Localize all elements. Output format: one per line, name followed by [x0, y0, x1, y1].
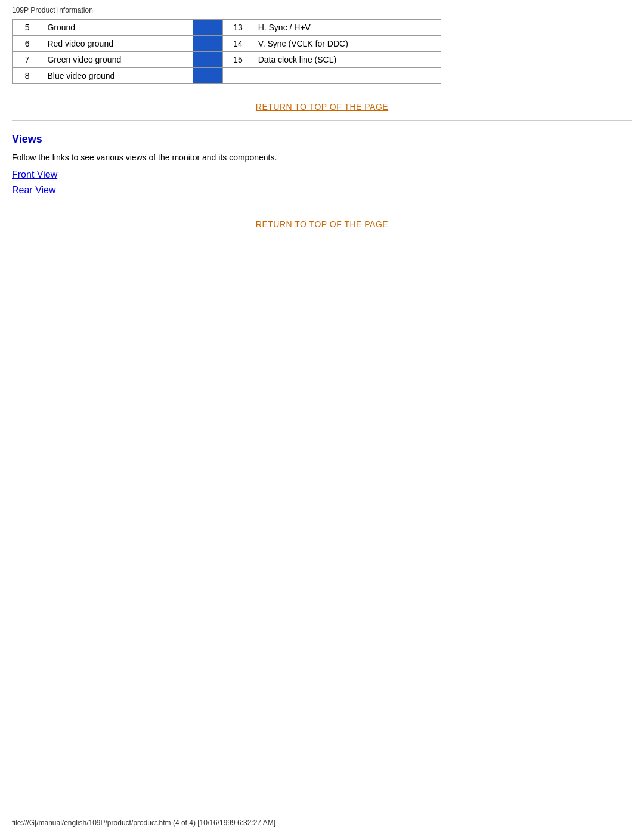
pin-table: 5Ground13H. Sync / H+V6Red video ground1… [12, 19, 441, 84]
table-row: 5Ground13H. Sync / H+V [13, 20, 441, 36]
return-link-1-container: RETURN TO TOP OF THE PAGE [12, 102, 632, 112]
pin-label-right: Data clock line (SCL) [253, 52, 441, 68]
footer: file:///G|/manual/english/109P/product/p… [12, 819, 275, 827]
views-description: Follow the links to see various views of… [12, 153, 632, 162]
pin-label-right: V. Sync (VCLK for DDC) [253, 36, 441, 52]
pin-label-right: H. Sync / H+V [253, 20, 441, 36]
return-to-top-link-2[interactable]: RETURN TO TOP OF THE PAGE [256, 219, 388, 229]
pin-number-right: 14 [223, 36, 253, 52]
views-links: Front ViewRear View [12, 169, 632, 196]
return-link-2-container: RETURN TO TOP OF THE PAGE [12, 219, 632, 229]
pin-label-left: Green video ground [42, 52, 193, 68]
pin-number-right [223, 68, 253, 84]
pin-number-right: 13 [223, 20, 253, 36]
return-to-top-link-1[interactable]: RETURN TO TOP OF THE PAGE [256, 102, 388, 112]
pin-label-left: Blue video ground [42, 68, 193, 84]
pin-label-right [253, 68, 441, 84]
pin-label-left: Red video ground [42, 36, 193, 52]
pin-number-left: 6 [13, 36, 42, 52]
views-nav-link[interactable]: Front View [12, 169, 632, 180]
table-row: 7Green video ground15Data clock line (SC… [13, 52, 441, 68]
pin-number-right: 15 [223, 52, 253, 68]
section-divider [12, 120, 632, 121]
page-title: 109P Product Information [12, 6, 632, 14]
pin-number-left: 7 [13, 52, 42, 68]
pin-color-cell [193, 20, 222, 36]
pin-color-cell [193, 36, 222, 52]
pin-color-cell [193, 68, 222, 84]
views-heading: Views [12, 133, 632, 145]
pin-number-left: 8 [13, 68, 42, 84]
pin-label-left: Ground [42, 20, 193, 36]
pin-color-cell [193, 52, 222, 68]
table-row: 8Blue video ground [13, 68, 441, 84]
views-nav-link[interactable]: Rear View [12, 185, 632, 196]
pin-number-left: 5 [13, 20, 42, 36]
views-section: Views Follow the links to see various vi… [12, 133, 632, 196]
table-row: 6Red video ground14V. Sync (VCLK for DDC… [13, 36, 441, 52]
